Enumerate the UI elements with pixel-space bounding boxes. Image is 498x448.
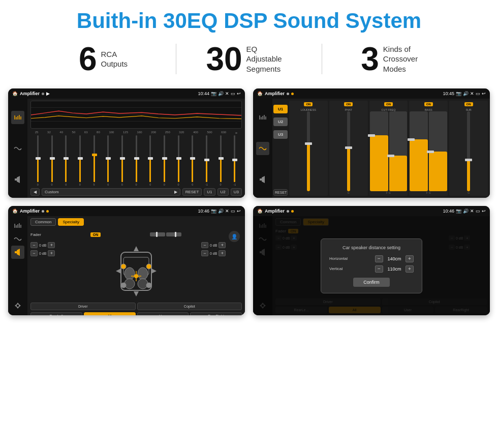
eq-slider-7[interactable]: 0 <box>130 135 143 186</box>
eq-slider-11[interactable]: 0 <box>186 135 199 186</box>
x-icon-3: ✕ <box>225 208 229 214</box>
cam-icon-2: 📷 <box>456 91 461 96</box>
loudness-track[interactable] <box>307 111 310 191</box>
stat-number-eq: 30 <box>206 43 242 75</box>
reset-btn[interactable]: RESET <box>182 188 202 196</box>
cutfreq-on[interactable]: ON <box>384 102 393 106</box>
u1-select-btn[interactable]: U1 <box>273 105 288 113</box>
eq-slider-13[interactable]: 0 <box>214 135 227 186</box>
sub-on[interactable]: ON <box>464 102 473 106</box>
eq-slider-6[interactable]: 0 <box>116 135 129 186</box>
u2-btn[interactable]: U2 <box>217 188 229 196</box>
eq-slider-12[interactable]: -1 <box>200 135 213 186</box>
eq-slider-9[interactable]: 0 <box>158 135 171 186</box>
x-icon-2: ✕ <box>470 91 474 96</box>
loudness-on[interactable]: ON <box>304 102 313 106</box>
status-dot-4 <box>287 210 289 213</box>
signal-icon-1: ✕ <box>225 91 229 96</box>
u3-btn[interactable]: U3 <box>231 188 242 196</box>
specialty-tab[interactable]: Specialty <box>58 218 83 226</box>
vertical-plus-btn[interactable]: + <box>406 265 414 273</box>
status-dot-3 <box>42 210 44 213</box>
confirm-button[interactable]: Confirm <box>353 278 390 287</box>
bass-track2[interactable] <box>429 111 447 191</box>
eq-slider-2[interactable]: 0 <box>59 135 72 186</box>
sidebar3-speaker-icon[interactable] <box>11 246 24 259</box>
cutfreq-track1[interactable] <box>370 111 388 191</box>
dialog-box: Car speaker distance setting Horizontal … <box>321 238 422 293</box>
fader-db-val-1: 0 dB <box>39 244 46 247</box>
rearleft-btn[interactable]: RearLeft <box>30 312 82 315</box>
eq-slider-8[interactable]: 0 <box>144 135 157 186</box>
cutfreq-f: F <box>386 191 388 194</box>
dialog-horizontal-label: Horizontal <box>329 256 357 261</box>
eq-slider-0[interactable]: 0 <box>32 135 44 186</box>
fader-right-controls: − 0 dB + − 0 dB + <box>201 242 242 301</box>
dialog-vertical-row: Vertical − 110cm + <box>329 265 414 273</box>
svg-marker-27 <box>19 304 21 307</box>
svg-marker-26 <box>15 304 17 307</box>
eq-slider-14[interactable]: -1 <box>228 135 241 186</box>
vertical-minus-btn[interactable]: − <box>375 265 383 273</box>
custom-label: Custom <box>45 190 59 194</box>
sidebar3-arrows-icon[interactable] <box>11 299 24 312</box>
stat-number-rca: 6 <box>79 43 97 75</box>
sidebar2-speaker-icon[interactable] <box>256 173 269 186</box>
user-btn[interactable]: User <box>137 312 189 315</box>
svg-point-32 <box>124 279 135 289</box>
fader-db-4: − 0 dB + <box>201 250 242 256</box>
dialog-overlay: Car speaker distance setting Horizontal … <box>253 216 490 315</box>
driver-btn[interactable]: Driver <box>30 303 136 310</box>
svg-point-30 <box>124 267 135 280</box>
rearright-btn[interactable]: RearRight <box>190 312 242 315</box>
eq-slider-4[interactable]: 5 <box>88 135 101 186</box>
fader-minus-3[interactable]: − <box>201 242 208 248</box>
crossover-reset-btn[interactable]: RESET <box>273 189 288 196</box>
common-tab[interactable]: Common <box>30 218 56 226</box>
status-dot-1a <box>42 93 44 95</box>
eq-slider-5[interactable]: 0 <box>102 135 114 186</box>
fader-plus-2[interactable]: + <box>48 250 55 256</box>
fader-minus-4[interactable]: − <box>201 250 208 256</box>
prev-btn[interactable]: ◀ <box>30 188 40 196</box>
horizontal-value: 140cm <box>385 256 403 261</box>
eq-slider-1[interactable]: 0 <box>46 135 58 186</box>
all-btn[interactable]: All <box>84 312 136 315</box>
sidebar2-wave-icon[interactable] <box>256 142 269 155</box>
cutfreq-track2[interactable] <box>389 111 408 191</box>
status-dot-2 <box>287 93 289 95</box>
fader-minus-2[interactable]: − <box>30 250 38 256</box>
fader-plus-3[interactable]: + <box>219 242 226 248</box>
horizontal-minus-btn[interactable]: − <box>375 255 383 262</box>
u3-select-btn[interactable]: U3 <box>273 130 288 139</box>
copilot-btn[interactable]: Copilot <box>137 303 242 310</box>
bass-track1[interactable] <box>410 111 428 191</box>
u1-btn[interactable]: U1 <box>204 188 215 196</box>
sub-track[interactable] <box>467 111 470 191</box>
custom-btn[interactable]: Custom ▶ <box>42 188 180 196</box>
stat-text-crossover: Kinds of Crossover Modes <box>383 44 429 74</box>
sidebar-wave-icon[interactable] <box>11 142 24 155</box>
fader-on-badge[interactable]: ON <box>90 232 101 237</box>
fader-plus-1[interactable]: + <box>48 242 55 248</box>
sidebar-eq-icon[interactable] <box>11 111 24 124</box>
phat-track[interactable] <box>347 111 350 191</box>
fader-plus-4[interactable]: + <box>219 250 226 256</box>
eq-slider-3[interactable]: 0 <box>74 135 86 186</box>
sidebar3-eq-icon[interactable] <box>11 219 24 232</box>
eq-sliders: 0 0 0 0 5 0 0 0 0 0 0 0 -1 0 -1 <box>30 137 242 186</box>
sidebar3-wave-icon[interactable] <box>11 232 24 246</box>
fader-minus-1[interactable]: − <box>30 242 38 248</box>
horizontal-plus-btn[interactable]: + <box>406 255 414 262</box>
play-icon-1: ▶ <box>46 91 50 96</box>
screen-crossover: 🏠 Amplifier 10:45 📷 🔊 ✕ ▭ ↩ <box>253 88 490 198</box>
u2-select-btn[interactable]: U2 <box>273 117 288 126</box>
eq-slider-10[interactable]: 0 <box>172 135 185 186</box>
page-header: Buith-in 30EQ DSP Sound System <box>0 0 498 38</box>
screen-dialog: 🏠 Amplifier 10:46 📷 🔊 ✕ ▭ ↩ <box>253 206 490 315</box>
home-icon-2: 🏠 <box>257 91 263 96</box>
phat-on[interactable]: ON <box>344 102 353 106</box>
bass-on[interactable]: ON <box>424 102 433 106</box>
sidebar-speaker-icon[interactable] <box>11 173 24 186</box>
sidebar2-eq-icon[interactable] <box>256 111 269 124</box>
